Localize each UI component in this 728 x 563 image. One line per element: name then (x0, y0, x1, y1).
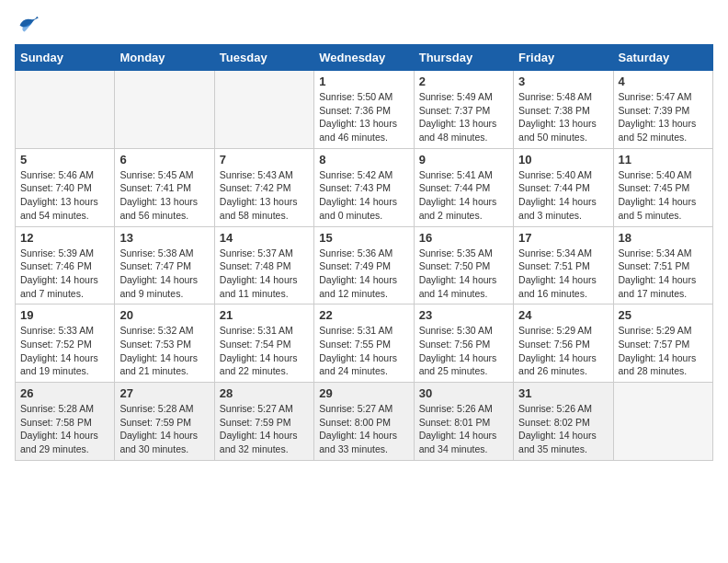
calendar-week-row: 12Sunrise: 5:39 AMSunset: 7:46 PMDayligh… (16, 226, 713, 304)
day-detail: Sunrise: 5:33 AMSunset: 7:52 PMDaylight:… (20, 324, 109, 378)
calendar-cell: 11Sunrise: 5:40 AMSunset: 7:45 PMDayligh… (613, 148, 712, 226)
day-detail: Sunrise: 5:26 AMSunset: 8:01 PMDaylight:… (419, 402, 508, 456)
weekday-header-sunday: Sunday (16, 45, 115, 71)
day-number: 1 (319, 75, 408, 88)
calendar-cell: 14Sunrise: 5:37 AMSunset: 7:48 PMDayligh… (214, 226, 313, 304)
day-detail: Sunrise: 5:38 AMSunset: 7:47 PMDaylight:… (119, 247, 209, 301)
calendar-cell (16, 71, 115, 149)
day-detail: Sunrise: 5:34 AMSunset: 7:51 PMDaylight:… (518, 247, 608, 301)
calendar-cell: 15Sunrise: 5:36 AMSunset: 7:49 PMDayligh… (314, 226, 414, 304)
day-number: 25 (619, 308, 708, 322)
day-detail: Sunrise: 5:35 AMSunset: 7:50 PMDaylight:… (419, 247, 508, 301)
calendar-week-row: 5Sunrise: 5:46 AMSunset: 7:40 PMDaylight… (16, 148, 713, 226)
weekday-header-row: SundayMondayTuesdayWednesdayThursdayFrid… (16, 45, 713, 71)
day-detail: Sunrise: 5:48 AMSunset: 7:38 PMDaylight:… (518, 90, 608, 144)
calendar-cell: 1Sunrise: 5:50 AMSunset: 7:36 PMDaylight… (314, 71, 414, 149)
calendar-cell: 3Sunrise: 5:48 AMSunset: 7:38 PMDaylight… (514, 71, 613, 149)
day-detail: Sunrise: 5:28 AMSunset: 7:59 PMDaylight:… (119, 402, 209, 456)
day-number: 17 (518, 231, 608, 245)
day-number: 18 (619, 231, 708, 245)
day-detail: Sunrise: 5:30 AMSunset: 7:56 PMDaylight:… (419, 324, 508, 378)
day-detail: Sunrise: 5:27 AMSunset: 8:00 PMDaylight:… (319, 402, 408, 456)
page-header (15, 15, 713, 35)
calendar-cell: 4Sunrise: 5:47 AMSunset: 7:39 PMDaylight… (613, 71, 712, 149)
weekday-header-tuesday: Tuesday (214, 45, 313, 71)
calendar-cell: 16Sunrise: 5:35 AMSunset: 7:50 PMDayligh… (414, 226, 513, 304)
day-detail: Sunrise: 5:31 AMSunset: 7:55 PMDaylight:… (319, 324, 408, 378)
day-detail: Sunrise: 5:29 AMSunset: 7:57 PMDaylight:… (619, 324, 708, 378)
day-detail: Sunrise: 5:47 AMSunset: 7:39 PMDaylight:… (619, 90, 708, 144)
calendar-cell: 8Sunrise: 5:42 AMSunset: 7:43 PMDaylight… (314, 148, 414, 226)
calendar-cell: 29Sunrise: 5:27 AMSunset: 8:00 PMDayligh… (314, 383, 414, 461)
calendar-cell: 23Sunrise: 5:30 AMSunset: 7:56 PMDayligh… (414, 304, 513, 383)
day-number: 13 (119, 231, 209, 245)
day-number: 3 (518, 75, 608, 88)
day-number: 9 (419, 153, 508, 167)
calendar-table: SundayMondayTuesdayWednesdayThursdayFrid… (15, 44, 713, 461)
calendar-cell: 7Sunrise: 5:43 AMSunset: 7:42 PMDaylight… (214, 148, 313, 226)
calendar-week-row: 26Sunrise: 5:28 AMSunset: 7:58 PMDayligh… (16, 383, 713, 461)
day-number: 30 (419, 386, 508, 400)
calendar-week-row: 19Sunrise: 5:33 AMSunset: 7:52 PMDayligh… (16, 304, 713, 383)
calendar-cell: 27Sunrise: 5:28 AMSunset: 7:59 PMDayligh… (115, 383, 214, 461)
calendar-week-row: 1Sunrise: 5:50 AMSunset: 7:36 PMDaylight… (16, 71, 713, 149)
day-number: 15 (319, 231, 408, 245)
calendar-cell: 5Sunrise: 5:46 AMSunset: 7:40 PMDaylight… (16, 148, 115, 226)
calendar-cell: 22Sunrise: 5:31 AMSunset: 7:55 PMDayligh… (314, 304, 414, 383)
calendar-cell: 2Sunrise: 5:49 AMSunset: 7:37 PMDaylight… (414, 71, 513, 149)
calendar-cell: 25Sunrise: 5:29 AMSunset: 7:57 PMDayligh… (613, 304, 712, 383)
day-detail: Sunrise: 5:37 AMSunset: 7:48 PMDaylight:… (220, 247, 309, 301)
day-detail: Sunrise: 5:39 AMSunset: 7:46 PMDaylight:… (20, 247, 109, 301)
weekday-header-friday: Friday (514, 45, 613, 71)
weekday-header-wednesday: Wednesday (314, 45, 414, 71)
day-number: 6 (119, 153, 209, 167)
calendar-cell (214, 71, 313, 149)
day-number: 8 (319, 153, 408, 167)
calendar-cell: 17Sunrise: 5:34 AMSunset: 7:51 PMDayligh… (514, 226, 613, 304)
day-number: 23 (419, 308, 508, 322)
calendar-cell: 26Sunrise: 5:28 AMSunset: 7:58 PMDayligh… (16, 383, 115, 461)
day-detail: Sunrise: 5:43 AMSunset: 7:42 PMDaylight:… (220, 168, 309, 223)
day-detail: Sunrise: 5:46 AMSunset: 7:40 PMDaylight:… (20, 168, 109, 223)
day-detail: Sunrise: 5:28 AMSunset: 7:58 PMDaylight:… (20, 402, 109, 456)
logo (15, 15, 44, 35)
day-number: 29 (319, 386, 408, 400)
day-detail: Sunrise: 5:36 AMSunset: 7:49 PMDaylight:… (319, 247, 408, 301)
calendar-cell: 6Sunrise: 5:45 AMSunset: 7:41 PMDaylight… (115, 148, 214, 226)
calendar-cell (613, 383, 712, 461)
day-detail: Sunrise: 5:49 AMSunset: 7:37 PMDaylight:… (419, 90, 508, 144)
day-detail: Sunrise: 5:40 AMSunset: 7:45 PMDaylight:… (619, 168, 708, 223)
day-detail: Sunrise: 5:31 AMSunset: 7:54 PMDaylight:… (220, 324, 309, 378)
day-detail: Sunrise: 5:29 AMSunset: 7:56 PMDaylight:… (518, 324, 608, 378)
day-detail: Sunrise: 5:45 AMSunset: 7:41 PMDaylight:… (119, 168, 209, 223)
day-number: 31 (518, 386, 608, 400)
day-detail: Sunrise: 5:40 AMSunset: 7:44 PMDaylight:… (518, 168, 608, 223)
calendar-cell: 30Sunrise: 5:26 AMSunset: 8:01 PMDayligh… (414, 383, 513, 461)
logo-icon (15, 15, 40, 35)
weekday-header-saturday: Saturday (613, 45, 712, 71)
day-number: 5 (20, 153, 109, 167)
weekday-header-monday: Monday (115, 45, 214, 71)
calendar-cell: 9Sunrise: 5:41 AMSunset: 7:44 PMDaylight… (414, 148, 513, 226)
day-number: 27 (119, 386, 209, 400)
day-number: 21 (220, 308, 309, 322)
day-detail: Sunrise: 5:42 AMSunset: 7:43 PMDaylight:… (319, 168, 408, 223)
day-number: 4 (619, 75, 708, 88)
day-number: 26 (20, 386, 109, 400)
calendar-cell: 18Sunrise: 5:34 AMSunset: 7:51 PMDayligh… (613, 226, 712, 304)
day-detail: Sunrise: 5:34 AMSunset: 7:51 PMDaylight:… (619, 247, 708, 301)
day-number: 2 (419, 75, 508, 88)
day-detail: Sunrise: 5:32 AMSunset: 7:53 PMDaylight:… (119, 324, 209, 378)
day-number: 7 (220, 153, 309, 167)
calendar-cell (115, 71, 214, 149)
day-number: 22 (319, 308, 408, 322)
calendar-cell: 24Sunrise: 5:29 AMSunset: 7:56 PMDayligh… (514, 304, 613, 383)
day-detail: Sunrise: 5:41 AMSunset: 7:44 PMDaylight:… (419, 168, 508, 223)
day-number: 14 (220, 231, 309, 245)
day-number: 19 (20, 308, 109, 322)
calendar-cell: 10Sunrise: 5:40 AMSunset: 7:44 PMDayligh… (514, 148, 613, 226)
calendar-cell: 28Sunrise: 5:27 AMSunset: 7:59 PMDayligh… (214, 383, 313, 461)
day-number: 24 (518, 308, 608, 322)
day-detail: Sunrise: 5:27 AMSunset: 7:59 PMDaylight:… (220, 402, 309, 456)
day-detail: Sunrise: 5:50 AMSunset: 7:36 PMDaylight:… (319, 90, 408, 144)
